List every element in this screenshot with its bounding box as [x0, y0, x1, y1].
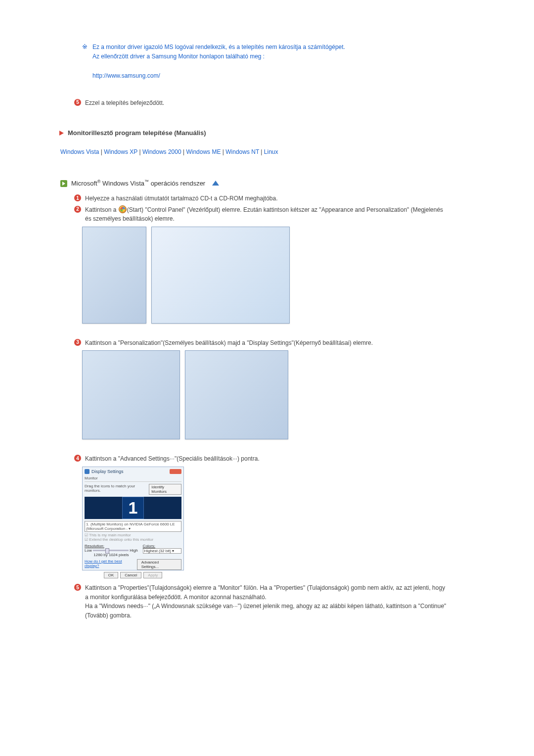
- completion-text: Ezzel a telepítés befejeződött.: [85, 98, 164, 107]
- cb-main-monitor[interactable]: ☑ This is my main monitor: [85, 533, 181, 537]
- link-vista[interactable]: Windows Vista: [60, 148, 99, 155]
- step-3-text: Kattintson a "Personalization"(Személyes…: [85, 338, 373, 348]
- apply-button[interactable]: Apply: [143, 572, 162, 578]
- ok-button[interactable]: OK: [104, 572, 119, 578]
- section-arrow-icon: [60, 180, 67, 187]
- advanced-settings-button[interactable]: Advanced Settings...: [137, 559, 181, 570]
- step-5-text: Kattintson a "Properties"(Tulajdonságok)…: [85, 583, 450, 620]
- link-2000[interactable]: Windows 2000: [142, 148, 181, 155]
- step-2b: (Start) "Control Panel" (Vezérlőpult) el…: [85, 206, 443, 223]
- res-high: High: [130, 548, 137, 553]
- note-mark-icon: ※: [82, 43, 88, 52]
- os-links: Windows Vista | Windows XP | Windows 200…: [60, 148, 485, 155]
- dlg-title: Display Settings: [85, 469, 181, 474]
- page: ※ Ez a monitor driver igazoló MS logóval…: [0, 0, 534, 671]
- step-badge-5: 5: [74, 99, 81, 106]
- close-icon[interactable]: [170, 469, 181, 474]
- heading-text: Monitorillesztő program telepítése (Manu…: [68, 129, 206, 137]
- step-2a: Kattintson a: [85, 206, 118, 213]
- note-body: Ez a monitor driver igazoló MS logóval r…: [92, 43, 345, 81]
- colors-select[interactable]: Highest (32 bit) ▾: [143, 548, 181, 554]
- step-badge-1: 1: [74, 194, 81, 201]
- resolution-slider[interactable]: [93, 550, 129, 551]
- monitor-device-select[interactable]: 1. (Multiple Monitors) on NVIDIA GeForce…: [85, 521, 181, 532]
- collapse-up-icon[interactable]: [212, 181, 219, 186]
- step-badge-2: 2: [74, 206, 81, 213]
- identify-monitors-button[interactable]: Identify Monitors: [149, 484, 181, 495]
- cancel-button[interactable]: Cancel: [120, 572, 141, 578]
- screenshot-personalization-left: [82, 350, 180, 439]
- monitor-number[interactable]: 1: [122, 497, 144, 519]
- step2-screenshots: [82, 227, 485, 324]
- screenshot-display-settings: Display Settings Monitor Drag the icons …: [82, 467, 184, 570]
- note-line2: Az ellenőrzött driver a Samsung Monitor …: [92, 53, 265, 60]
- step-4-text: Kattintson a "Advanced Settings···"(Spec…: [85, 454, 260, 464]
- resolution-label: Resolution:: [85, 544, 138, 548]
- note-line1: Ez a monitor driver igazoló MS logóval r…: [92, 44, 345, 50]
- heading-arrow-icon: [59, 131, 64, 136]
- dlg-drag-label: Drag the icons to match your monitors.: [85, 484, 149, 495]
- colors-label: Colors:: [143, 544, 181, 548]
- res-value: 1280 by 1024 pixels: [85, 553, 138, 557]
- cb-extend-desktop[interactable]: ☑ Extend the desktop onto this monitor: [85, 537, 181, 542]
- step-badge-5b: 5: [74, 584, 81, 591]
- link-nt[interactable]: Windows NT: [225, 148, 259, 155]
- step-badge-4: 4: [74, 455, 81, 462]
- step-1-text: Helyezze a használati útmutatót tartalma…: [85, 194, 278, 203]
- screenshot-personalization-right: [185, 350, 288, 439]
- start-orb-icon: [119, 205, 127, 213]
- vista-title: Microsoft® Windows Vista™ operációs rend…: [71, 179, 205, 187]
- screenshot-start-menu: [82, 227, 146, 324]
- step-2-text: Kattintson a (Start) "Control Panel" (Ve…: [85, 205, 450, 224]
- step-badge-3: 3: [74, 339, 81, 346]
- link-linux[interactable]: Linux: [264, 148, 278, 155]
- best-display-link[interactable]: How do I get the best display?: [85, 559, 137, 570]
- step3-screenshots: [82, 350, 485, 439]
- screenshot-control-panel: [151, 227, 290, 324]
- samsung-link[interactable]: http://www.samsung.com/: [92, 72, 160, 79]
- note-section: ※ Ez a monitor driver igazoló MS logóval…: [82, 43, 485, 81]
- link-me[interactable]: Windows ME: [186, 148, 221, 155]
- manual-install-heading: Monitorillesztő program telepítése (Manu…: [58, 120, 485, 144]
- monitor-preview: 1: [85, 497, 181, 519]
- dlg-tab[interactable]: Monitor: [85, 476, 181, 482]
- res-low: Low: [85, 548, 92, 553]
- link-xp[interactable]: Windows XP: [104, 148, 137, 155]
